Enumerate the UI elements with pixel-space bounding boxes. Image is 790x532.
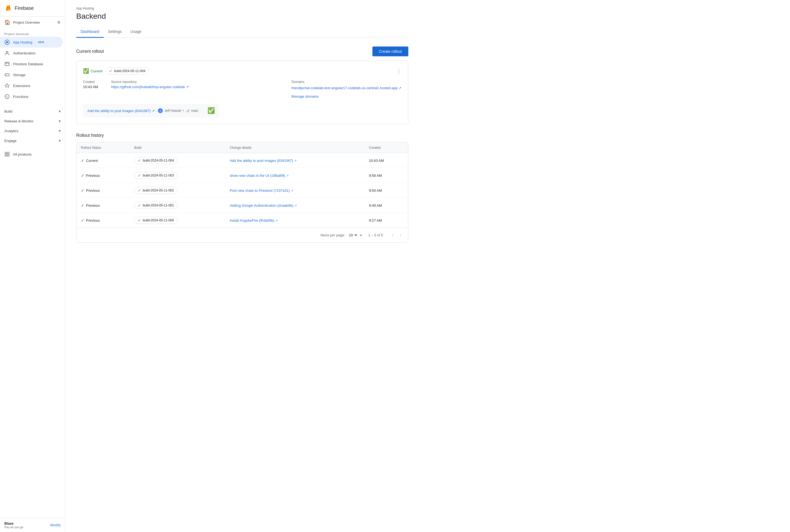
sidebar-item-authentication[interactable]: Authentication (0, 48, 63, 58)
all-products-label: All products (13, 152, 32, 156)
row-status-label: Previous (86, 173, 100, 177)
created-label: Created (83, 80, 98, 84)
sidebar-item-extensions[interactable]: Extensions (0, 80, 63, 91)
dot-separator: • (183, 109, 184, 113)
svg-point-2 (6, 51, 8, 53)
current-status-badge: ✅ Current (83, 68, 102, 74)
pagination-bar: Items per page: 10 25 50 ▾ 1 – 5 of 5 ‹ … (76, 228, 408, 242)
row-build-label: build-2024-05-11-001 (143, 204, 174, 207)
breadcrumb: App Hosting (76, 6, 408, 10)
sidebar-item-label-functions: Functions (13, 95, 28, 99)
firebase-title: Firebase (15, 5, 34, 11)
row-status-cell: ✓ Previous (81, 203, 126, 208)
expand-icon-engage: ▾ (59, 138, 61, 143)
table-row: ✓ Previous ✓ build-2024-05-11-003 show n… (76, 168, 408, 183)
sidebar-item-label-auth: Authentication (13, 51, 35, 55)
row-check-icon: ✓ (81, 218, 85, 223)
expand-icon-analytics: ▾ (59, 129, 61, 133)
row-build-tag: ✓ build-2024-05-11-000 (134, 217, 178, 224)
row-build-check: ✓ (138, 218, 141, 223)
row-external-icon: ↗ (286, 174, 289, 177)
row-external-icon: ↗ (291, 189, 293, 192)
manage-domains-link[interactable]: Manage domains (292, 94, 402, 98)
rollout-history-title: Rollout history (76, 133, 408, 138)
row-change-link[interactable]: Post new chats to Firestore (7107a31) ↗ (230, 189, 293, 193)
rollout-history-table-container: Rollout Status Build Change details Crea… (76, 142, 408, 243)
create-rollout-button[interactable]: Create rollout (372, 46, 408, 56)
blaze-title: Blaze (4, 521, 23, 526)
source-repo-link[interactable]: https://github.com/jhuleatt/tmp-angular-… (111, 85, 189, 89)
row-status-label: Previous (86, 189, 100, 193)
new-badge: NEW (37, 40, 46, 44)
dropdown-icon: ▾ (360, 233, 362, 237)
row-build-check: ✓ (138, 188, 141, 193)
sidebar-category-engage[interactable]: Engage ▾ (0, 136, 65, 146)
source-repo-meta: Source repository https://github.com/jhu… (111, 80, 189, 89)
tab-settings[interactable]: Settings (104, 26, 126, 38)
table-header: Rollout Status Build Change details Crea… (76, 142, 408, 153)
created-meta: Created 10:43 AM (83, 80, 98, 89)
per-page-select[interactable]: 10 25 50 (347, 232, 358, 238)
all-products-icon (4, 152, 10, 157)
svg-rect-3 (5, 62, 9, 65)
sidebar-category-analytics[interactable]: Analytics ▾ (0, 126, 65, 136)
svg-rect-8 (5, 152, 7, 154)
svg-rect-9 (7, 152, 9, 154)
sidebar-item-app-hosting[interactable]: App Hosting NEW (0, 37, 63, 48)
tab-dashboard[interactable]: Dashboard (76, 26, 104, 38)
svg-point-1 (6, 41, 8, 43)
row-check-icon: ✓ (81, 158, 85, 163)
row-change-link[interactable]: Install AngularFire (f04a06b) ↗ (230, 218, 278, 223)
row-change-link[interactable]: Adding Google Authentication (dcaab0b) ↗ (230, 204, 297, 208)
prev-page-button[interactable]: ‹ (389, 231, 396, 239)
source-repo-label: Source repository (111, 80, 189, 84)
sidebar-item-firestore[interactable]: Firestore Database (0, 58, 63, 69)
more-options-icon[interactable]: ⋮ (396, 68, 402, 74)
commit-link[interactable]: Add the ability to post images (6341067)… (87, 109, 154, 113)
categories-section: Build ▾ Release & Monitor ▾ Analytics ▾ … (0, 104, 65, 148)
author-avatar: J (158, 108, 163, 113)
category-label-release: Release & Monitor (4, 119, 34, 123)
functions-icon: {·} (4, 94, 10, 99)
sidebar-item-functions[interactable]: {·} Functions (0, 91, 63, 102)
project-overview-row: 🏠 Project Overview ⚙ (0, 17, 65, 28)
row-status-label: Current (86, 158, 98, 163)
row-external-icon: ↗ (294, 159, 296, 163)
row-status-label: Previous (86, 204, 100, 208)
firestore-icon (4, 61, 10, 66)
col-header-change: Change details (225, 142, 365, 153)
domain-link[interactable]: friendlychat-codelab-test-angular17-code… (292, 86, 402, 90)
tab-usage[interactable]: Usage (126, 26, 146, 38)
svg-rect-11 (7, 155, 9, 156)
blaze-info: Blaze Pay as you go (4, 521, 23, 529)
sidebar-category-release[interactable]: Release & Monitor ▾ (0, 116, 65, 126)
next-page-button[interactable]: › (398, 231, 404, 239)
table-row: ✓ Previous ✓ build-2024-05-11-000 Instal… (76, 213, 408, 228)
table-row: ✓ Previous ✓ build-2024-05-11-002 Post n… (76, 183, 408, 198)
settings-icon[interactable]: ⚙ (57, 20, 61, 24)
sidebar-item-all-products[interactable]: All products (0, 149, 63, 160)
row-check-icon: ✓ (81, 188, 85, 193)
sidebar-item-label-storage: Storage (13, 73, 25, 77)
row-status-cell: ✓ Previous (81, 173, 126, 178)
current-rollout-header: Current rollout Create rollout (76, 46, 408, 56)
rollout-card-header-row: ✅ Current ✓ build-2024-05-11-004 ⋮ (83, 68, 402, 75)
sidebar-category-build[interactable]: Build ▾ (0, 106, 65, 116)
row-change-link[interactable]: Add the ability to post images (6341067)… (230, 158, 296, 163)
project-shortcuts-label: Project shortcuts (0, 30, 65, 37)
row-created: 9:58 AM (365, 168, 408, 183)
domains-label: Domains (292, 80, 402, 84)
main-content-area: App Hosting Backend Dashboard Settings U… (65, 0, 790, 532)
modify-button[interactable]: Modify (50, 523, 61, 527)
current-check-icon: ✅ (83, 68, 89, 74)
row-build-check: ✓ (138, 158, 141, 163)
page-navigation: ‹ › (389, 231, 404, 239)
expand-icon-build: ▾ (59, 109, 61, 113)
commit-info-row: Add the ability to post images (6341067)… (83, 104, 219, 117)
svg-rect-10 (5, 155, 7, 156)
project-overview-label[interactable]: Project Overview (13, 20, 40, 24)
sidebar-item-storage[interactable]: Storage (0, 69, 63, 80)
row-change-link[interactable]: show new chats in the UI (198a89f) ↗ (230, 173, 289, 177)
sidebar-item-label-extensions: Extensions (13, 84, 31, 88)
items-per-page-control: Items per page: 10 25 50 ▾ (320, 232, 362, 238)
